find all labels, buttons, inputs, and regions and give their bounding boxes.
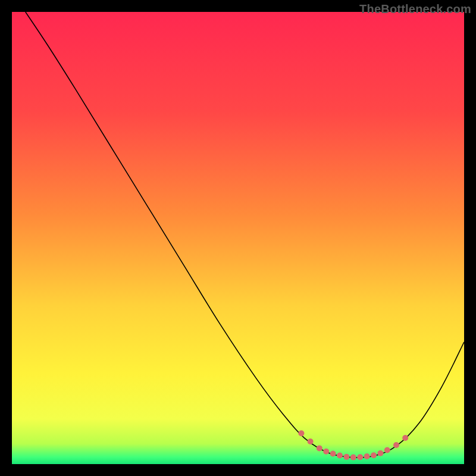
svg-point-8	[357, 454, 363, 460]
chart-frame: TheBottleneck.com	[0, 0, 476, 476]
svg-point-4	[330, 451, 336, 457]
attribution-text: TheBottleneck.com	[359, 2, 471, 16]
svg-point-2	[317, 445, 322, 451]
svg-point-6	[343, 454, 349, 460]
gradient-background	[12, 12, 464, 464]
svg-point-7	[350, 455, 356, 461]
bottleneck-chart	[12, 12, 464, 464]
svg-point-14	[402, 435, 408, 441]
svg-point-10	[371, 452, 377, 458]
svg-point-0	[298, 430, 304, 436]
svg-point-5	[337, 453, 343, 459]
svg-point-9	[364, 453, 370, 459]
svg-point-13	[393, 442, 399, 448]
svg-point-1	[308, 439, 314, 444]
svg-point-3	[323, 449, 329, 455]
svg-point-12	[384, 447, 390, 453]
svg-point-11	[377, 450, 383, 456]
